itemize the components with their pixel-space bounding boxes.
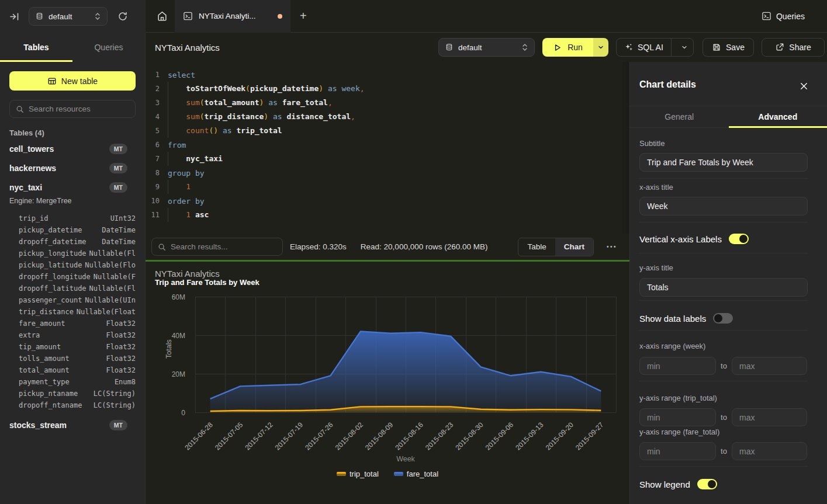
column-row: pickup_longitudeNullable(Fl xyxy=(19,248,136,259)
subtitle-label: Subtitle xyxy=(639,139,808,148)
panel-tab-general[interactable]: General xyxy=(630,106,729,127)
column-row: dropoff_longitudeNullable(F xyxy=(19,271,136,283)
divider xyxy=(639,300,808,301)
run-dropdown-button[interactable] xyxy=(593,38,608,57)
column-row: trip_idUInt32 xyxy=(19,213,136,224)
engine-badge: MT xyxy=(109,182,127,193)
code-line[interactable]: 91 xyxy=(146,180,629,194)
code-line[interactable]: 5count() as trip_total xyxy=(146,124,629,138)
tables-list: cell_towersMThackernewsMTnyc_taxiMTEngin… xyxy=(0,142,145,432)
panel-tab-advanced[interactable]: Advanced xyxy=(729,106,827,127)
refresh-icon[interactable] xyxy=(117,11,128,22)
sidebar-tabs: Tables Queries xyxy=(0,33,145,62)
view-toggle-table[interactable]: Table xyxy=(518,238,555,256)
sql-ai-button[interactable]: SQL AI xyxy=(616,38,694,57)
new-tab-plus-icon[interactable]: + xyxy=(300,9,307,23)
panel-header: Chart details xyxy=(630,62,827,106)
terminal-icon xyxy=(183,11,193,21)
database-selector[interactable]: default xyxy=(29,7,108,26)
queries-link[interactable]: Queries xyxy=(762,11,805,21)
chart-x-axis-title: Week xyxy=(195,455,616,463)
results-bar: Elapsed: 0.320s Read: 20,000,000 rows (2… xyxy=(146,234,629,260)
line-number: 2 xyxy=(146,85,160,93)
svg-text:2015-08-23: 2015-08-23 xyxy=(424,420,455,452)
divider xyxy=(639,330,808,331)
svg-text:60M: 60M xyxy=(172,293,185,301)
queries-label: Queries xyxy=(776,12,805,21)
sidebar-search-input[interactable] xyxy=(29,105,129,113)
home-icon[interactable] xyxy=(149,0,175,33)
save-label: Save xyxy=(726,43,745,52)
query-title: NYTaxi Analytics xyxy=(155,43,220,53)
share-button[interactable]: Share xyxy=(762,38,825,57)
results-search-input[interactable] xyxy=(171,242,276,251)
indent-guide xyxy=(168,180,186,194)
divider xyxy=(639,253,808,253)
code-line[interactable]: 7nyc_taxi xyxy=(146,152,629,166)
vertical-xaxis-labels-toggle[interactable] xyxy=(729,234,749,244)
sql-ai-dropdown[interactable] xyxy=(676,44,693,51)
column-row: dropoff_datetimeDateTime xyxy=(19,236,136,248)
table-row[interactable]: stocks_streamMT xyxy=(9,418,136,432)
line-number: 1 xyxy=(146,71,160,79)
legend-item[interactable]: fare_total xyxy=(394,470,438,478)
svg-text:2015-07-26: 2015-07-26 xyxy=(303,420,335,452)
subtitle-input[interactable] xyxy=(639,153,808,172)
chart-legend: trip_totalfare_total xyxy=(146,470,629,478)
code-line[interactable]: 2toStartOfWeek(pickup_datetime) as week, xyxy=(146,82,629,96)
svg-text:2015-09-06: 2015-09-06 xyxy=(484,420,515,452)
line-number: 11 xyxy=(146,211,160,219)
xaxis-range-min-input[interactable] xyxy=(639,357,716,375)
yaxis-range-fare-max-input[interactable] xyxy=(732,442,807,460)
table-row[interactable]: nyc_taxiMT xyxy=(9,180,136,194)
indent-guide xyxy=(168,110,186,124)
indent-guide xyxy=(168,124,186,138)
code-line[interactable]: 10order by xyxy=(146,194,629,208)
sidebar-tab-queries[interactable]: Queries xyxy=(72,33,145,62)
elapsed-stat: Elapsed: 0.320s xyxy=(290,242,347,251)
svg-text:2015-08-09: 2015-08-09 xyxy=(364,420,395,452)
results-search[interactable] xyxy=(151,238,283,256)
code-line[interactable]: 6from xyxy=(146,138,629,152)
line-number: 9 xyxy=(146,183,160,191)
sidebar-collapse-icon[interactable] xyxy=(9,12,19,22)
close-icon[interactable] xyxy=(800,82,808,91)
tab-nytaxi-analytics[interactable]: NYTaxi Analyti... xyxy=(175,0,290,33)
sql-editor[interactable]: 1select2toStartOfWeek(pickup_datetime) a… xyxy=(146,62,629,234)
code-line[interactable]: 111 asc xyxy=(146,208,629,222)
yaxis-range-fare-min-input[interactable] xyxy=(639,442,716,460)
code-line[interactable]: 1select xyxy=(146,68,629,82)
query-database-selector[interactable]: default xyxy=(438,38,535,57)
code-line[interactable]: 3sum(total_amount) as fare_total, xyxy=(146,96,629,110)
svg-text:2015-08-02: 2015-08-02 xyxy=(334,420,365,452)
yaxis-title-input[interactable] xyxy=(639,278,808,297)
svg-text:2015-07-19: 2015-07-19 xyxy=(274,420,305,452)
line-number: 7 xyxy=(146,155,160,163)
view-toggle-chart[interactable]: Chart xyxy=(555,238,593,256)
save-button[interactable]: Save xyxy=(703,38,754,57)
yaxis-range-trip-min-input[interactable] xyxy=(639,408,716,426)
xaxis-range-max-input[interactable] xyxy=(732,357,807,375)
show-legend-toggle[interactable] xyxy=(697,479,717,489)
table-icon xyxy=(47,77,57,86)
yaxis-range-trip-max-input[interactable] xyxy=(732,408,807,426)
top-bar-left: default xyxy=(0,0,146,33)
table-engine: Engine: MergeTree xyxy=(9,197,136,206)
sidebar-search[interactable] xyxy=(9,100,136,118)
run-button-main[interactable]: Run xyxy=(542,38,593,57)
run-button[interactable]: Run xyxy=(542,38,608,57)
svg-text:2015-08-30: 2015-08-30 xyxy=(454,420,485,452)
show-data-labels-toggle[interactable] xyxy=(713,313,733,324)
table-row[interactable]: cell_towersMT xyxy=(9,142,136,156)
more-options-icon[interactable]: ••• xyxy=(607,244,617,250)
legend-item[interactable]: trip_total xyxy=(337,470,379,478)
yaxis-title-label: y-axis title xyxy=(639,263,808,272)
table-row[interactable]: hackernewsMT xyxy=(9,161,136,175)
code-line[interactable]: 4sum(trip_distance) as distance_total, xyxy=(146,110,629,124)
xaxis-title-label: x-axis title xyxy=(639,183,808,192)
xaxis-title-input[interactable] xyxy=(639,197,808,215)
view-toggle: Table Chart xyxy=(518,238,594,256)
code-line[interactable]: 8group by xyxy=(146,166,629,180)
sidebar-tab-tables[interactable]: Tables xyxy=(0,33,72,62)
new-table-button[interactable]: New table xyxy=(9,71,136,91)
